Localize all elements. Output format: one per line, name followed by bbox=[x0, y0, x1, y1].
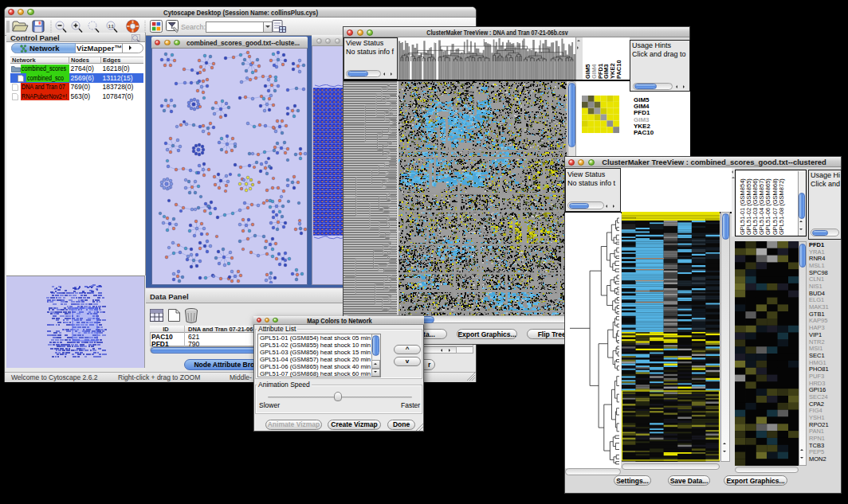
svg-text:1:1: 1:1 bbox=[108, 25, 114, 29]
